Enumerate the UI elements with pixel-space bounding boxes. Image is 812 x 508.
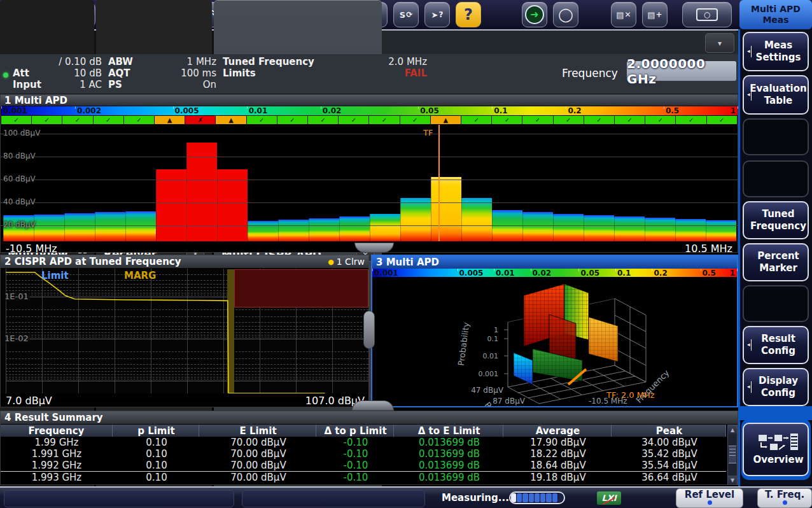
scale-label: 0.02 <box>323 106 342 115</box>
splitter-handle-middle[interactable] <box>363 311 375 349</box>
softkey-empty[interactable] <box>743 118 809 155</box>
table-cell: -0.10 <box>318 472 394 483</box>
add-table-button[interactable]: ▤+ <box>642 2 668 27</box>
tuned-freq-key[interactable]: T. Freq. <box>757 488 812 508</box>
y-axis-label: 1E-01 <box>3 292 30 301</box>
softkey-empty[interactable] <box>743 285 809 322</box>
setting-abw[interactable]: ABW1 MHz <box>108 56 216 67</box>
svg-text:TF: 2.0 MHz: TF: 2.0 MHz <box>606 390 655 400</box>
submenu-arrow-icon: ◂ <box>747 339 752 351</box>
setting-aqt[interactable]: AQT100 ms <box>108 67 216 79</box>
table-cell: 70.00 dBµV <box>200 448 316 460</box>
svg-text:Probability: Probability <box>456 321 471 366</box>
scrollbar-grip[interactable] <box>729 446 736 463</box>
apd-3d-plot[interactable]: 1 0.1 0.01 0.001 47 dBµV 87 dBµV -10.5 M… <box>372 278 737 406</box>
setting-offset[interactable]: / 0.10 dB <box>13 56 102 67</box>
help-pointer-button[interactable]: ➤? <box>424 2 450 27</box>
frequency-label: Frequency <box>562 67 618 80</box>
column-header[interactable]: Δ to E Limit <box>395 425 503 437</box>
scale-tick <box>75 106 76 109</box>
scale-tick <box>458 269 458 271</box>
record-button[interactable]: ◯ <box>553 2 578 27</box>
help-button[interactable]: ? <box>456 2 481 27</box>
window2-x-axis: 7.0 dBµV 107.0 dBµV <box>1 394 370 407</box>
scale-tick <box>531 269 531 271</box>
scale-label: 0.005 <box>175 106 199 115</box>
column-header[interactable]: Δ to p Limit <box>318 425 394 437</box>
apd-trace-plot[interactable]: Limit MARG 1E-011E-02 <box>1 269 368 393</box>
trace-legend[interactable]: ● 1 Clrw <box>328 257 365 267</box>
softkey-evaluation-table[interactable]: ◂Evaluation Table <box>743 75 809 115</box>
column-header[interactable]: Peak <box>613 425 726 437</box>
apd-bar <box>278 220 309 241</box>
add-limit-check-button[interactable]: ▤✕ <box>611 2 636 27</box>
scale-tick <box>173 106 174 109</box>
submenu-arrow-icon: ◂ <box>747 89 752 101</box>
screenshot-button[interactable]: ○ <box>682 2 732 27</box>
softkey-display-config[interactable]: ◂Display Config <box>743 368 809 406</box>
setting-att[interactable]: Att10 dB <box>13 67 102 79</box>
tab-bar-fill <box>382 31 738 54</box>
table-cell: 1.993 GHz <box>1 472 113 483</box>
scroll-down-icon[interactable]: ▼ <box>728 476 737 484</box>
softkey-tuned-frequency[interactable]: Tuned Frequency <box>743 201 809 239</box>
svg-text:1: 1 <box>494 326 498 334</box>
column-header[interactable]: p Limit <box>114 425 199 437</box>
apd-bar <box>34 215 64 241</box>
svg-text:87 dBµV: 87 dBµV <box>493 397 526 406</box>
splitter-handle-bottom[interactable] <box>352 400 394 411</box>
input-button[interactable]: ➜ <box>522 2 547 27</box>
softkey-label: Meas Settings <box>752 39 805 64</box>
limit-check-cell-pass: ✓ <box>492 116 522 124</box>
frequency-value-field[interactable]: 2.0000000 GHz <box>627 61 736 81</box>
window-cispr-apd: 2 CISPR APD at Tuned Frequency ● 1 Clrw … <box>0 255 369 407</box>
apd-bar <box>584 215 614 241</box>
column-header[interactable]: E Limit <box>200 425 316 437</box>
softkey-meas-settings[interactable]: ◂Meas Settings <box>743 32 809 71</box>
softkey-label: Overview <box>753 454 803 466</box>
settings-col-tuned: Tuned Frequency2.0 MHz LimitsFAIL <box>223 56 427 79</box>
column-header[interactable]: Frequency <box>1 425 113 437</box>
window-result-summary: 4 Result Summary Frequencyp LimitE Limit… <box>0 411 738 485</box>
sweep-button[interactable]: S⟳ <box>393 2 419 27</box>
apd-bar <box>248 221 278 241</box>
apd-bar <box>95 212 125 241</box>
splitter-handle-top[interactable] <box>354 243 394 253</box>
help-icon: ? <box>464 7 473 22</box>
limit-check-cell-pass: ✓ <box>707 116 738 124</box>
scale-tick <box>578 269 579 271</box>
trace-curve <box>1 269 368 393</box>
add-limit-check-icon: ▤ <box>616 11 624 19</box>
y-axis-label: 40 dBµV <box>3 197 36 206</box>
table-cell: 18.22 dBµV <box>505 448 612 460</box>
summary-scrollbar[interactable]: ▲ ▼ <box>727 425 738 485</box>
apd-spectrogram-plot[interactable]: 100 dBµV80 dBµV60 dBµV40 dBµV20 dBµVTF <box>1 125 738 241</box>
ref-level-key[interactable]: Ref Level <box>676 488 743 508</box>
limit-check-cell-pass: ✓ <box>522 116 553 124</box>
meas-mode-tab[interactable]: Multi APD Meas <box>739 0 812 29</box>
softkey-percent-marker[interactable]: Percent Marker <box>743 243 809 281</box>
setting-input[interactable]: Input1 AC <box>13 79 102 90</box>
scale-label: 0.005 <box>459 269 484 278</box>
table-cell: 1.991 GHz <box>1 448 113 460</box>
softkey-result-config[interactable]: ◂Result Config <box>743 326 809 364</box>
softkey-empty[interactable] <box>743 160 809 197</box>
scale-tick <box>494 269 494 271</box>
scale-tick <box>418 106 419 109</box>
screenshot-icon: ○ <box>696 8 718 21</box>
setting-limits[interactable]: LimitsFAIL <box>223 67 427 79</box>
record-icon: ◯ <box>558 8 573 22</box>
table-cell: 19.61 dBµV <box>505 483 612 485</box>
column-header[interactable]: Average <box>505 425 612 437</box>
tab-list-dropdown[interactable]: ▾ <box>705 33 734 53</box>
scroll-up-icon[interactable]: ▲ <box>728 425 737 434</box>
scale-tick <box>372 269 373 271</box>
setting-tuned-frequency[interactable]: Tuned Frequency2.0 MHz <box>223 56 427 67</box>
setting-ps[interactable]: PSOn <box>108 79 216 90</box>
table-cell: 17.90 dBµV <box>505 437 612 448</box>
scale-label: 1 <box>730 269 735 278</box>
tf-marker-line[interactable] <box>438 125 440 241</box>
limit-check-cell-pass: ✓ <box>676 116 706 124</box>
softkey-overview[interactable]: Overview <box>743 423 809 476</box>
apd-bar <box>400 198 431 241</box>
